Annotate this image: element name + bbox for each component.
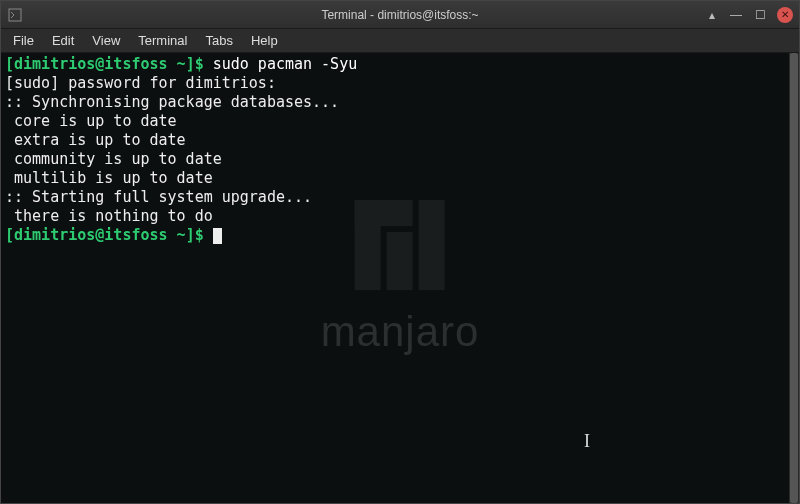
prompt-user: dimitrios — [14, 55, 95, 73]
menu-terminal[interactable]: Terminal — [130, 31, 195, 50]
window-controls: ▴ — ☐ ✕ — [705, 7, 793, 23]
menu-edit[interactable]: Edit — [44, 31, 82, 50]
prompt-symbol: $ — [195, 55, 204, 73]
output-line: there is nothing to do — [5, 207, 213, 225]
output-line: multilib is up to date — [5, 169, 213, 187]
menu-help[interactable]: Help — [243, 31, 286, 50]
menu-view[interactable]: View — [84, 31, 128, 50]
keep-above-icon[interactable]: ▴ — [705, 8, 719, 22]
output-line: [sudo] password for dimitrios: — [5, 74, 276, 92]
app-icon — [7, 7, 23, 23]
terminal-area[interactable]: manjaro [dimitrios@itsfoss ~]$ sudo pacm… — [1, 53, 799, 503]
close-button[interactable]: ✕ — [777, 7, 793, 23]
output-line: :: Synchronising package databases... — [5, 93, 339, 111]
minimize-button[interactable]: — — [729, 8, 743, 22]
output-line: extra is up to date — [5, 131, 186, 149]
titlebar: Terminal - dimitrios@itsfoss:~ ▴ — ☐ ✕ — [1, 1, 799, 29]
terminal-cursor — [213, 228, 222, 244]
scrollbar[interactable] — [789, 53, 799, 503]
menu-file[interactable]: File — [5, 31, 42, 50]
manjaro-logo-text: manjaro — [321, 308, 480, 356]
output-line: core is up to date — [5, 112, 177, 130]
command-text: sudo pacman -Syu — [213, 55, 358, 73]
output-line: :: Starting full system upgrade... — [5, 188, 312, 206]
prompt-host: itsfoss — [104, 55, 167, 73]
window-title: Terminal - dimitrios@itsfoss:~ — [321, 8, 478, 22]
menu-tabs[interactable]: Tabs — [197, 31, 240, 50]
output-line: community is up to date — [5, 150, 222, 168]
terminal-output: [dimitrios@itsfoss ~]$ sudo pacman -Syu … — [1, 53, 799, 247]
menubar: File Edit View Terminal Tabs Help — [1, 29, 799, 53]
svg-rect-0 — [9, 9, 21, 21]
scroll-thumb[interactable] — [790, 53, 798, 503]
prompt-path: ~ — [177, 55, 186, 73]
maximize-button[interactable]: ☐ — [753, 8, 767, 22]
